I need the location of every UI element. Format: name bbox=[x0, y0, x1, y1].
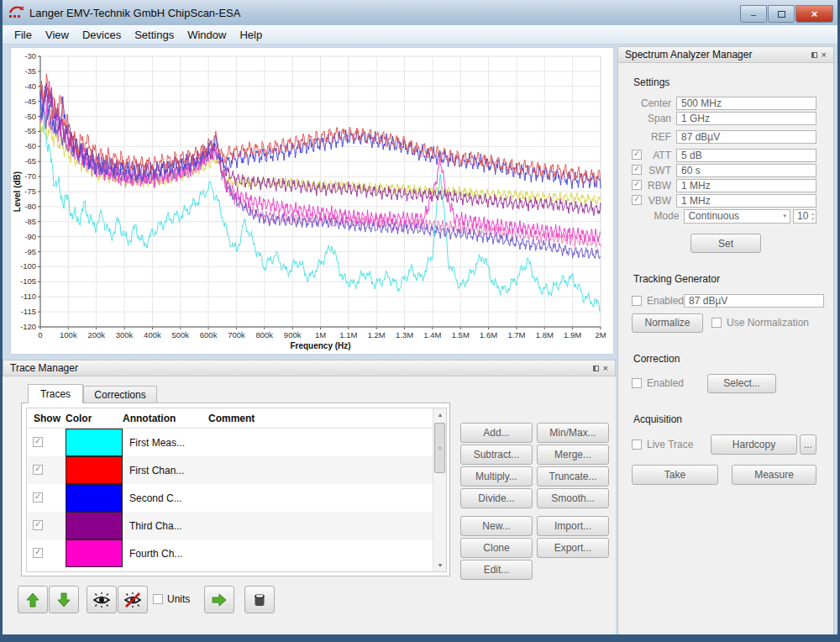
menu-bar: File View Devices Settings Window Help bbox=[3, 25, 837, 45]
apply-button[interactable] bbox=[204, 586, 234, 613]
trace-color-swatch[interactable] bbox=[66, 512, 123, 539]
live-trace-row: Live Trace Hardcopy ... bbox=[632, 434, 816, 455]
trace-color-swatch[interactable] bbox=[66, 456, 123, 484]
span-input[interactable] bbox=[676, 112, 816, 125]
table-scrollbar[interactable]: ▲ ≡ ▼ bbox=[433, 408, 446, 571]
rbw-checkbox[interactable] bbox=[632, 180, 642, 190]
show-checkbox[interactable] bbox=[33, 492, 43, 503]
trace-color-swatch[interactable] bbox=[66, 484, 123, 512]
truncate-button[interactable]: Truncate... bbox=[537, 466, 609, 487]
correction-enabled-checkbox[interactable] bbox=[632, 378, 642, 388]
export-button[interactable]: Export... bbox=[537, 538, 609, 558]
new-button[interactable]: New... bbox=[460, 516, 533, 536]
mode-row: Mode Continuous ▾ 10 ▴▾ bbox=[632, 209, 816, 223]
measure-button[interactable]: Measure bbox=[732, 465, 816, 485]
table-row[interactable]: Third Cha... bbox=[27, 512, 446, 539]
vbw-input[interactable] bbox=[676, 194, 816, 208]
center-row: Center bbox=[632, 97, 816, 110]
normalize-button[interactable]: Normalize bbox=[632, 313, 703, 333]
tab-traces[interactable]: Traces bbox=[28, 384, 83, 403]
svg-text:-65: -65 bbox=[24, 156, 36, 166]
table-row[interactable]: First Chan... bbox=[27, 456, 446, 484]
edit-button[interactable]: Edit... bbox=[460, 560, 533, 580]
spinner-arrows-icon[interactable]: ▴▾ bbox=[812, 211, 815, 221]
take-measure-row: Take Measure bbox=[632, 464, 816, 485]
use-normalization-checkbox[interactable] bbox=[711, 318, 722, 328]
swt-input[interactable] bbox=[676, 164, 816, 177]
table-row[interactable]: Fourth Ch... bbox=[27, 539, 446, 567]
svg-text:1.1M: 1.1M bbox=[339, 330, 357, 339]
maximize-button[interactable] bbox=[768, 5, 795, 23]
move-down-button[interactable] bbox=[49, 586, 79, 613]
svg-text:-75: -75 bbox=[24, 187, 36, 196]
menu-help[interactable]: Help bbox=[233, 26, 269, 44]
show-all-button[interactable] bbox=[87, 586, 117, 613]
live-trace-checkbox[interactable] bbox=[632, 439, 642, 450]
scroll-up-icon[interactable]: ▲ bbox=[433, 408, 447, 421]
import-button[interactable]: Import... bbox=[537, 516, 609, 536]
spectrum-analyzer-manager-body: Settings Center Span REF ATT SWT RBW bbox=[617, 63, 834, 634]
tg-enabled-checkbox[interactable] bbox=[632, 296, 642, 306]
multiply-button[interactable]: Multiply... bbox=[460, 466, 533, 487]
mode-dropdown[interactable]: Continuous ▾ bbox=[684, 209, 790, 224]
maximize-icon bbox=[778, 11, 785, 18]
correction-select-button[interactable]: Select... bbox=[707, 374, 776, 393]
rbw-input[interactable] bbox=[676, 179, 816, 192]
pin-icon[interactable] bbox=[811, 52, 817, 58]
panel-close-icon[interactable]: × bbox=[822, 51, 827, 58]
att-input[interactable] bbox=[676, 149, 816, 162]
show-checkbox[interactable] bbox=[33, 548, 43, 558]
smooth-button[interactable]: Smooth... bbox=[537, 488, 609, 508]
center-input[interactable] bbox=[676, 97, 816, 110]
show-checkbox[interactable] bbox=[33, 520, 43, 530]
tg-level-input[interactable] bbox=[684, 294, 824, 308]
trace-annotation: Fourth Ch... bbox=[123, 548, 182, 560]
swt-row: SWT bbox=[632, 164, 816, 177]
menu-settings[interactable]: Settings bbox=[128, 26, 181, 44]
units-checkbox[interactable] bbox=[153, 594, 163, 604]
delete-trace-button[interactable] bbox=[244, 586, 275, 613]
hide-all-button[interactable] bbox=[118, 586, 148, 613]
count-spinner[interactable]: 10 ▴▾ bbox=[793, 209, 816, 224]
close-button[interactable]: × bbox=[795, 5, 833, 23]
scroll-down-icon[interactable]: ▼ bbox=[433, 559, 447, 571]
title-bar: Langer EMV-Technik GmbH ChipScan-ESA – × bbox=[3, 0, 837, 25]
show-checkbox[interactable] bbox=[33, 437, 43, 447]
merge-button[interactable]: Merge... bbox=[537, 445, 609, 465]
ref-input[interactable] bbox=[676, 130, 816, 144]
hardcopy-more-button[interactable]: ... bbox=[800, 434, 816, 455]
pin-icon[interactable] bbox=[593, 366, 599, 371]
minimize-button[interactable]: – bbox=[740, 5, 767, 23]
trace-manager-header: Trace Manager × bbox=[3, 360, 616, 376]
menu-window[interactable]: Window bbox=[181, 26, 233, 44]
trace-color-swatch[interactable] bbox=[66, 429, 123, 456]
move-up-button[interactable] bbox=[18, 586, 48, 613]
svg-text:-105: -105 bbox=[20, 276, 36, 286]
divide-button[interactable]: Divide... bbox=[460, 488, 533, 508]
table-row[interactable]: Second C... bbox=[27, 484, 446, 512]
svg-text:200k: 200k bbox=[87, 330, 105, 339]
att-checkbox[interactable] bbox=[632, 150, 642, 160]
subtract-button[interactable]: Subtract... bbox=[460, 445, 533, 465]
table-row[interactable]: First Meas... bbox=[27, 429, 446, 456]
svg-text:100k: 100k bbox=[60, 330, 77, 339]
svg-text:1.9M: 1.9M bbox=[564, 330, 581, 339]
vbw-checkbox[interactable] bbox=[632, 195, 642, 205]
show-checkbox[interactable] bbox=[33, 465, 43, 475]
menu-view[interactable]: View bbox=[39, 26, 76, 44]
hardcopy-button[interactable]: Hardcopy bbox=[711, 434, 797, 455]
add-button[interactable]: Add... bbox=[460, 423, 533, 443]
trace-color-swatch[interactable] bbox=[66, 539, 123, 567]
svg-text:800k: 800k bbox=[255, 330, 273, 339]
scrollbar-thumb[interactable]: ≡ bbox=[434, 423, 445, 473]
set-button[interactable]: Set bbox=[690, 234, 761, 253]
minmax-button[interactable]: Min/Max... bbox=[537, 423, 609, 443]
panel-close-icon[interactable]: × bbox=[603, 365, 608, 371]
menu-file[interactable]: File bbox=[8, 26, 39, 44]
tab-corrections[interactable]: Corrections bbox=[83, 386, 157, 403]
take-button[interactable]: Take bbox=[632, 465, 718, 485]
swt-checkbox[interactable] bbox=[632, 165, 642, 175]
clone-button[interactable]: Clone bbox=[460, 538, 533, 558]
trace-annotation: Second C... bbox=[123, 492, 182, 504]
menu-devices[interactable]: Devices bbox=[76, 26, 128, 44]
